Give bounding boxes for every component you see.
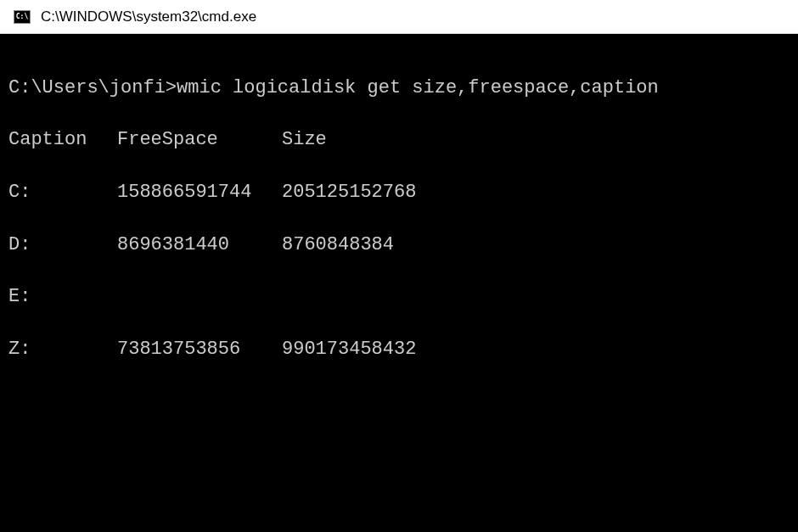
cell-size: 205125152768 — [282, 180, 416, 206]
cell-caption: E: — [8, 284, 117, 311]
cmd-icon: C:\ — [14, 10, 31, 24]
cell-freespace: 8696381440 — [117, 232, 282, 259]
header-size: Size — [282, 127, 327, 154]
command: wmic logicaldisk get size,freespace,capt… — [177, 77, 659, 98]
cell-caption: D: — [8, 232, 117, 259]
cell-size: 8760848384 — [282, 232, 394, 259]
cmd-icon-label: C:\ — [16, 14, 28, 20]
header-caption: Caption — [8, 127, 117, 154]
header-row: CaptionFreeSpaceSize — [8, 127, 790, 154]
cell-caption: C: — [8, 180, 117, 206]
cell-caption: Z: — [8, 337, 117, 363]
table-row: C:158866591744205125152768 — [8, 180, 790, 206]
table-row: D:86963814408760848384 — [8, 232, 790, 259]
titlebar[interactable]: C:\ C:\WINDOWS\system32\cmd.exe — [0, 0, 798, 34]
window-title: C:\WINDOWS\system32\cmd.exe — [41, 8, 256, 25]
table-row: Z:73813753856990173458432 — [8, 337, 790, 363]
table-row: E: — [8, 284, 790, 311]
prompt-line: C:\Users\jonfi>wmic logicaldisk get size… — [8, 76, 790, 102]
header-freespace: FreeSpace — [117, 127, 282, 154]
cell-freespace: 73813753856 — [117, 337, 282, 363]
cell-size: 990173458432 — [282, 337, 416, 363]
terminal-area[interactable]: C:\Users\jonfi>wmic logicaldisk get size… — [0, 34, 798, 532]
cell-freespace: 158866591744 — [117, 180, 282, 206]
prompt: C:\Users\jonfi> — [8, 77, 177, 98]
